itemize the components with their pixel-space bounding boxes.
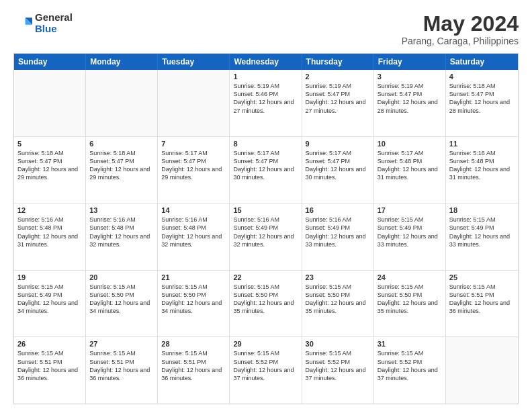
- day-info: Sunrise: 5:18 AMSunset: 5:47 PMDaylight:…: [449, 82, 515, 115]
- day-info: Sunrise: 5:16 AMSunset: 5:48 PMDaylight:…: [17, 216, 82, 248]
- day-header-tuesday: Tuesday: [158, 54, 230, 70]
- calendar-row-3: 12Sunrise: 5:16 AMSunset: 5:48 PMDayligh…: [14, 203, 518, 270]
- calendar-cell: 20Sunrise: 5:15 AMSunset: 5:50 PMDayligh…: [86, 271, 158, 337]
- calendar-cell: 17Sunrise: 5:15 AMSunset: 5:49 PMDayligh…: [374, 203, 446, 270]
- day-header-monday: Monday: [86, 54, 158, 70]
- day-info: Sunrise: 5:15 AMSunset: 5:50 PMDaylight:…: [233, 283, 298, 316]
- day-number: 17: [378, 206, 442, 214]
- day-info: Sunrise: 5:15 AMSunset: 5:51 PMDaylight:…: [89, 349, 154, 382]
- calendar-cell: 22Sunrise: 5:15 AMSunset: 5:50 PMDayligh…: [230, 271, 302, 337]
- day-number: 13: [89, 206, 154, 214]
- calendar-cell: 1Sunrise: 5:19 AMSunset: 5:46 PMDaylight…: [230, 70, 302, 136]
- calendar-cell: 24Sunrise: 5:15 AMSunset: 5:50 PMDayligh…: [374, 271, 446, 337]
- day-info: Sunrise: 5:15 AMSunset: 5:52 PMDaylight:…: [306, 349, 370, 382]
- month-title: May 2024: [402, 12, 519, 36]
- day-number: 11: [449, 140, 515, 148]
- day-number: 23: [306, 273, 370, 281]
- calendar: SundayMondayTuesdayWednesdayThursdayFrid…: [13, 53, 519, 404]
- calendar-cell: 9Sunrise: 5:17 AMSunset: 5:47 PMDaylight…: [302, 137, 374, 203]
- calendar-cell: 3Sunrise: 5:19 AMSunset: 5:47 PMDaylight…: [374, 70, 446, 136]
- calendar-cell: 13Sunrise: 5:16 AMSunset: 5:48 PMDayligh…: [86, 203, 158, 270]
- day-number: 10: [378, 140, 442, 148]
- calendar-cell: 27Sunrise: 5:15 AMSunset: 5:51 PMDayligh…: [86, 337, 158, 404]
- day-number: 12: [17, 206, 82, 214]
- calendar-cell: 26Sunrise: 5:15 AMSunset: 5:51 PMDayligh…: [14, 337, 86, 404]
- calendar-cell: 28Sunrise: 5:15 AMSunset: 5:51 PMDayligh…: [158, 337, 230, 404]
- day-number: 31: [378, 340, 442, 348]
- calendar-cell: 4Sunrise: 5:18 AMSunset: 5:47 PMDaylight…: [446, 70, 518, 136]
- day-number: 22: [233, 273, 298, 281]
- day-info: Sunrise: 5:15 AMSunset: 5:49 PMDaylight:…: [378, 216, 442, 248]
- calendar-cell: 15Sunrise: 5:16 AMSunset: 5:49 PMDayligh…: [230, 203, 302, 270]
- day-info: Sunrise: 5:15 AMSunset: 5:50 PMDaylight:…: [161, 283, 226, 316]
- day-number: 27: [89, 340, 154, 348]
- day-number: 30: [306, 340, 370, 348]
- day-number: 6: [89, 140, 154, 148]
- day-info: Sunrise: 5:18 AMSunset: 5:47 PMDaylight:…: [17, 149, 82, 182]
- day-info: Sunrise: 5:19 AMSunset: 5:47 PMDaylight:…: [378, 82, 442, 115]
- calendar-cell: 6Sunrise: 5:18 AMSunset: 5:47 PMDaylight…: [86, 137, 158, 203]
- calendar-cell: 18Sunrise: 5:15 AMSunset: 5:49 PMDayligh…: [446, 203, 518, 270]
- day-info: Sunrise: 5:16 AMSunset: 5:48 PMDaylight:…: [449, 149, 515, 182]
- logo-text: General Blue: [35, 12, 73, 34]
- day-number: 9: [306, 140, 370, 148]
- calendar-cell: 11Sunrise: 5:16 AMSunset: 5:48 PMDayligh…: [446, 137, 518, 203]
- day-info: Sunrise: 5:17 AMSunset: 5:47 PMDaylight:…: [233, 149, 298, 182]
- day-number: 21: [161, 273, 226, 281]
- day-number: 24: [378, 273, 442, 281]
- day-header-wednesday: Wednesday: [230, 54, 302, 70]
- calendar-cell: 8Sunrise: 5:17 AMSunset: 5:47 PMDaylight…: [230, 137, 302, 203]
- day-info: Sunrise: 5:19 AMSunset: 5:46 PMDaylight:…: [233, 82, 298, 115]
- calendar-cell: 7Sunrise: 5:17 AMSunset: 5:47 PMDaylight…: [158, 137, 230, 203]
- location-subtitle: Parang, Caraga, Philippines: [402, 36, 519, 46]
- calendar-cell: [158, 70, 230, 136]
- day-number: 26: [17, 340, 82, 348]
- day-info: Sunrise: 5:16 AMSunset: 5:48 PMDaylight:…: [89, 216, 154, 248]
- day-number: 1: [233, 73, 298, 81]
- day-info: Sunrise: 5:15 AMSunset: 5:51 PMDaylight:…: [449, 283, 515, 316]
- calendar-cell: [14, 70, 86, 136]
- day-info: Sunrise: 5:19 AMSunset: 5:47 PMDaylight:…: [306, 82, 370, 115]
- calendar-cell: 21Sunrise: 5:15 AMSunset: 5:50 PMDayligh…: [158, 271, 230, 337]
- day-info: Sunrise: 5:17 AMSunset: 5:47 PMDaylight:…: [306, 149, 370, 182]
- day-number: 4: [449, 73, 515, 81]
- calendar-cell: 23Sunrise: 5:15 AMSunset: 5:50 PMDayligh…: [302, 271, 374, 337]
- day-header-saturday: Saturday: [446, 54, 518, 70]
- day-header-sunday: Sunday: [14, 54, 86, 70]
- day-number: 5: [17, 140, 82, 148]
- day-number: 8: [233, 140, 298, 148]
- day-info: Sunrise: 5:15 AMSunset: 5:52 PMDaylight:…: [378, 349, 442, 382]
- day-info: Sunrise: 5:15 AMSunset: 5:51 PMDaylight:…: [17, 349, 82, 382]
- day-number: 29: [233, 340, 298, 348]
- day-info: Sunrise: 5:15 AMSunset: 5:49 PMDaylight:…: [449, 216, 515, 248]
- day-number: 25: [449, 273, 515, 281]
- calendar-cell: 31Sunrise: 5:15 AMSunset: 5:52 PMDayligh…: [374, 337, 446, 404]
- day-info: Sunrise: 5:15 AMSunset: 5:51 PMDaylight:…: [161, 349, 226, 382]
- calendar-cell: 29Sunrise: 5:15 AMSunset: 5:52 PMDayligh…: [230, 337, 302, 404]
- day-number: 14: [161, 206, 226, 214]
- logo-icon: [13, 14, 32, 33]
- day-number: 2: [306, 73, 370, 81]
- calendar-row-5: 26Sunrise: 5:15 AMSunset: 5:51 PMDayligh…: [14, 336, 518, 404]
- logo: General Blue: [13, 12, 73, 34]
- day-info: Sunrise: 5:17 AMSunset: 5:47 PMDaylight:…: [161, 149, 226, 182]
- page: General Blue May 2024 Parang, Caraga, Ph…: [0, 0, 532, 411]
- calendar-cell: 2Sunrise: 5:19 AMSunset: 5:47 PMDaylight…: [302, 70, 374, 136]
- calendar-row-2: 5Sunrise: 5:18 AMSunset: 5:47 PMDaylight…: [14, 136, 518, 203]
- day-number: 3: [378, 73, 442, 81]
- day-number: 7: [161, 140, 226, 148]
- title-block: May 2024 Parang, Caraga, Philippines: [402, 12, 519, 46]
- day-number: 28: [161, 340, 226, 348]
- day-header-friday: Friday: [374, 54, 446, 70]
- calendar-row-1: 1Sunrise: 5:19 AMSunset: 5:46 PMDaylight…: [14, 70, 518, 136]
- calendar-cell: [86, 70, 158, 136]
- day-number: 15: [233, 206, 298, 214]
- day-info: Sunrise: 5:16 AMSunset: 5:49 PMDaylight:…: [233, 216, 298, 248]
- calendar-cell: 30Sunrise: 5:15 AMSunset: 5:52 PMDayligh…: [302, 337, 374, 404]
- calendar-cell: [446, 337, 518, 404]
- day-info: Sunrise: 5:15 AMSunset: 5:50 PMDaylight:…: [378, 283, 442, 316]
- calendar-cell: 16Sunrise: 5:16 AMSunset: 5:49 PMDayligh…: [302, 203, 374, 270]
- day-info: Sunrise: 5:17 AMSunset: 5:48 PMDaylight:…: [378, 149, 442, 182]
- day-number: 18: [449, 206, 515, 214]
- day-info: Sunrise: 5:16 AMSunset: 5:48 PMDaylight:…: [161, 216, 226, 248]
